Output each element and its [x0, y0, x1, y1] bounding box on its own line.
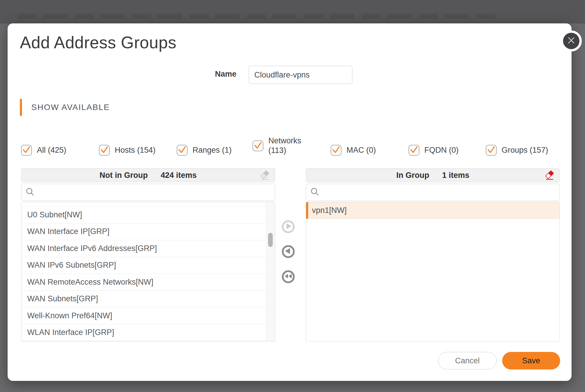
panel-count: 1 items — [442, 171, 469, 180]
checkbox-groups[interactable] — [486, 145, 497, 156]
search-input[interactable] — [38, 184, 275, 201]
scrollbar-thumb[interactable] — [268, 233, 273, 247]
not-in-group-search — [21, 184, 275, 201]
name-input[interactable] — [249, 66, 352, 84]
close-icon — [566, 35, 576, 47]
filter-hosts: Hosts (154) — [99, 145, 156, 156]
in-group-list: vpn1[NW] — [306, 202, 560, 341]
close-button[interactable] — [561, 30, 582, 51]
filter-all: All (425) — [21, 145, 66, 156]
list-item-selected[interactable]: vpn1[NW] — [306, 202, 560, 219]
save-button[interactable]: Save — [502, 352, 560, 369]
move-right-button[interactable] — [282, 220, 295, 233]
panel-title: In Group — [396, 171, 429, 180]
check-icon — [486, 144, 497, 156]
page-title: Add Address Groups — [20, 33, 176, 52]
checkbox-all[interactable] — [21, 145, 32, 156]
checkbox-networks[interactable] — [253, 140, 263, 151]
checkbox-hosts[interactable] — [99, 145, 110, 156]
in-group-search — [306, 184, 560, 201]
filter-mac: MAC (0) — [331, 145, 376, 156]
filter-label: Groups (157) — [502, 145, 548, 155]
list-item[interactable]: WAN IPv6 Subnets[GRP] — [21, 257, 266, 274]
cancel-button[interactable]: Cancel — [438, 352, 497, 369]
search-icon — [21, 187, 38, 198]
dimmed-background-content — [18, 14, 497, 18]
check-icon — [177, 144, 188, 156]
list-item[interactable]: U0 Subnet[NW] — [21, 207, 266, 223]
move-left-button[interactable] — [282, 245, 295, 258]
list-item[interactable]: WAN Interface IPv6 Addresses[GRP] — [21, 240, 266, 257]
in-group-panel: In Group 1 items — [306, 168, 560, 341]
arrow-left-icon — [284, 246, 293, 257]
not-in-group-header: Not in Group 424 items — [21, 168, 275, 182]
filter-label: All (425) — [37, 145, 66, 155]
filter-label: Ranges (1) — [193, 145, 232, 155]
checkbox-ranges[interactable] — [177, 145, 188, 156]
double-arrow-left-icon — [284, 271, 293, 282]
move-all-left-button[interactable] — [282, 270, 295, 283]
name-field-label: Name — [183, 70, 236, 79]
list-item[interactable]: Well-Known Pref64[NW] — [21, 307, 266, 324]
list-item-partial — [21, 202, 266, 207]
filter-networks: Networks(113) — [253, 136, 301, 155]
check-icon — [331, 144, 342, 156]
filter-label: FQDN (0) — [424, 145, 459, 155]
filter-groups: Groups (157) — [486, 145, 548, 156]
list-item[interactable]: WAN RemoteAccess Networks[NW] — [21, 274, 266, 291]
scrollbar-track[interactable] — [266, 202, 275, 341]
section-title: SHOW AVAILABLE — [31, 103, 110, 112]
clear-group-button[interactable] — [544, 170, 555, 181]
not-in-group-list: U0 Subnet[NW] WAN Interface IP[GRP] WAN … — [21, 202, 275, 341]
in-group-header: In Group 1 items — [306, 168, 560, 182]
check-icon — [253, 140, 263, 152]
checkbox-mac[interactable] — [331, 145, 342, 156]
eraser-icon — [544, 177, 555, 182]
section-accent-bar — [20, 99, 22, 116]
checkbox-fqdn[interactable] — [409, 145, 419, 156]
check-icon — [99, 144, 110, 156]
check-icon — [409, 144, 419, 156]
filter-ranges: Ranges (1) — [177, 145, 232, 156]
not-in-group-panel: Not in Group 424 items — [21, 168, 275, 341]
panel-count: 424 items — [161, 171, 197, 180]
check-icon — [21, 144, 32, 156]
filter-label: Networks — [268, 136, 301, 146]
filter-fqdn: FQDN (0) — [409, 145, 459, 156]
search-icon — [306, 187, 322, 198]
search-input[interactable] — [322, 184, 560, 201]
list-item[interactable]: WAN Interface IP[GRP] — [21, 223, 266, 240]
arrow-right-icon — [284, 221, 293, 232]
eraser-icon — [259, 177, 271, 182]
panel-title: Not in Group — [99, 171, 148, 180]
filter-label: MAC (0) — [346, 145, 376, 155]
add-address-groups-dialog: Add Address Groups Name SHOW AVAILABLE A… — [8, 23, 572, 381]
filter-label: Hosts (154) — [115, 145, 156, 155]
clear-search-button[interactable] — [259, 170, 271, 181]
list-item[interactable]: WLAN Interface IP[GRP] — [21, 324, 266, 341]
list-item[interactable]: WAN Subnets[GRP] — [21, 291, 266, 308]
